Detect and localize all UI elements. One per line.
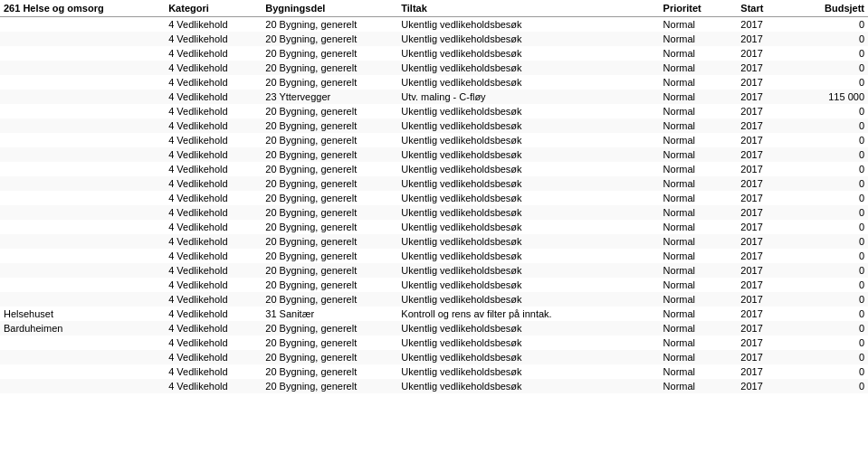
cell-category: 4 Vedlikehold bbox=[165, 133, 262, 147]
cell-start: 2017 bbox=[737, 176, 790, 191]
table-row: 4 Vedlikehold20 Bygning, genereltUkentli… bbox=[0, 17, 868, 33]
cell-tiltak: Ukentlig vedlikeholdsbesøk bbox=[397, 118, 659, 133]
cell-tiltak: Ukentlig vedlikeholdsbesøk bbox=[397, 321, 659, 335]
cell-building bbox=[0, 249, 165, 263]
cell-bygningsdel: 20 Bygning, generelt bbox=[262, 118, 397, 133]
cell-budsjett: 0 bbox=[790, 176, 868, 191]
cell-bygningsdel: 20 Bygning, generelt bbox=[262, 147, 397, 162]
cell-bygningsdel: 20 Bygning, generelt bbox=[262, 176, 397, 191]
header-start: Start bbox=[737, 0, 790, 17]
cell-building bbox=[0, 205, 165, 220]
cell-tiltak: Ukentlig vedlikeholdsbesøk bbox=[397, 263, 659, 278]
cell-budsjett: 0 bbox=[790, 278, 868, 292]
cell-building bbox=[0, 292, 165, 307]
table-row: 4 Vedlikehold20 Bygning, genereltUkentli… bbox=[0, 104, 868, 118]
cell-prioritet: Normal bbox=[660, 90, 738, 104]
cell-building bbox=[0, 104, 165, 118]
cell-tiltak: Ukentlig vedlikeholdsbesøk bbox=[397, 104, 659, 118]
cell-tiltak: Ukentlig vedlikeholdsbesøk bbox=[397, 278, 659, 292]
cell-start: 2017 bbox=[737, 350, 790, 364]
maintenance-table: 261 Helse og omsorg Kategori Bygningsdel… bbox=[0, 0, 868, 393]
cell-category: 4 Vedlikehold bbox=[165, 118, 262, 133]
cell-category: 4 Vedlikehold bbox=[165, 61, 262, 75]
cell-tiltak: Ukentlig vedlikeholdsbesøk bbox=[397, 220, 659, 234]
cell-category: 4 Vedlikehold bbox=[165, 162, 262, 176]
table-row: 4 Vedlikehold20 Bygning, genereltUkentli… bbox=[0, 32, 868, 46]
cell-building bbox=[0, 46, 165, 61]
cell-prioritet: Normal bbox=[660, 220, 738, 234]
cell-prioritet: Normal bbox=[660, 205, 738, 220]
cell-building bbox=[0, 17, 165, 33]
cell-budsjett: 0 bbox=[790, 249, 868, 263]
cell-tiltak: Ukentlig vedlikeholdsbesøk bbox=[397, 147, 659, 162]
cell-prioritet: Normal bbox=[660, 292, 738, 307]
cell-start: 2017 bbox=[737, 46, 790, 61]
cell-category: 4 Vedlikehold bbox=[165, 205, 262, 220]
cell-budsjett: 0 bbox=[790, 133, 868, 147]
cell-category: 4 Vedlikehold bbox=[165, 292, 262, 307]
cell-prioritet: Normal bbox=[660, 104, 738, 118]
cell-bygningsdel: 20 Bygning, generelt bbox=[262, 249, 397, 263]
cell-tiltak: Ukentlig vedlikeholdsbesøk bbox=[397, 249, 659, 263]
cell-bygningsdel: 20 Bygning, generelt bbox=[262, 335, 397, 350]
cell-start: 2017 bbox=[737, 335, 790, 350]
table-row: 4 Vedlikehold20 Bygning, genereltUkentli… bbox=[0, 335, 868, 350]
cell-category: 4 Vedlikehold bbox=[165, 307, 262, 321]
cell-budsjett: 0 bbox=[790, 364, 868, 379]
cell-prioritet: Normal bbox=[660, 191, 738, 205]
cell-prioritet: Normal bbox=[660, 32, 738, 46]
cell-start: 2017 bbox=[737, 220, 790, 234]
cell-building bbox=[0, 75, 165, 90]
cell-tiltak: Ukentlig vedlikeholdsbesøk bbox=[397, 335, 659, 350]
cell-category: 4 Vedlikehold bbox=[165, 176, 262, 191]
cell-building bbox=[0, 335, 165, 350]
cell-category: 4 Vedlikehold bbox=[165, 335, 262, 350]
cell-category: 4 Vedlikehold bbox=[165, 191, 262, 205]
cell-category: 4 Vedlikehold bbox=[165, 278, 262, 292]
cell-budsjett: 0 bbox=[790, 335, 868, 350]
table-row: 4 Vedlikehold20 Bygning, genereltUkentli… bbox=[0, 162, 868, 176]
cell-start: 2017 bbox=[737, 205, 790, 220]
header-category: Kategori bbox=[165, 0, 262, 17]
cell-category: 4 Vedlikehold bbox=[165, 263, 262, 278]
cell-prioritet: Normal bbox=[660, 263, 738, 278]
cell-building bbox=[0, 61, 165, 75]
cell-tiltak: Kontroll og rens av filter på inntak. bbox=[397, 307, 659, 321]
table-row: 4 Vedlikehold20 Bygning, genereltUkentli… bbox=[0, 263, 868, 278]
table-row: 4 Vedlikehold23 YtterveggerUtv. maling -… bbox=[0, 90, 868, 104]
cell-building: Helsehuset bbox=[0, 307, 165, 321]
cell-prioritet: Normal bbox=[660, 249, 738, 263]
cell-bygningsdel: 20 Bygning, generelt bbox=[262, 234, 397, 249]
table-row: 4 Vedlikehold20 Bygning, genereltUkentli… bbox=[0, 249, 868, 263]
table-row: 4 Vedlikehold20 Bygning, genereltUkentli… bbox=[0, 118, 868, 133]
cell-building bbox=[0, 350, 165, 364]
cell-budsjett: 0 bbox=[790, 205, 868, 220]
cell-prioritet: Normal bbox=[660, 321, 738, 335]
cell-start: 2017 bbox=[737, 90, 790, 104]
cell-tiltak: Ukentlig vedlikeholdsbesøk bbox=[397, 234, 659, 249]
main-table-container: 261 Helse og omsorg Kategori Bygningsdel… bbox=[0, 0, 868, 393]
cell-tiltak: Ukentlig vedlikeholdsbesøk bbox=[397, 205, 659, 220]
cell-budsjett: 0 bbox=[790, 191, 868, 205]
table-row: 4 Vedlikehold20 Bygning, genereltUkentli… bbox=[0, 191, 868, 205]
cell-tiltak: Ukentlig vedlikeholdsbesøk bbox=[397, 46, 659, 61]
cell-prioritet: Normal bbox=[660, 61, 738, 75]
cell-prioritet: Normal bbox=[660, 307, 738, 321]
cell-tiltak: Ukentlig vedlikeholdsbesøk bbox=[397, 61, 659, 75]
cell-bygningsdel: 20 Bygning, generelt bbox=[262, 292, 397, 307]
cell-bygningsdel: 20 Bygning, generelt bbox=[262, 379, 397, 393]
header-budsjett: Budsjett bbox=[790, 0, 868, 17]
cell-bygningsdel: 20 Bygning, generelt bbox=[262, 75, 397, 90]
table-row: 4 Vedlikehold20 Bygning, genereltUkentli… bbox=[0, 350, 868, 364]
cell-category: 4 Vedlikehold bbox=[165, 249, 262, 263]
cell-building bbox=[0, 118, 165, 133]
cell-category: 4 Vedlikehold bbox=[165, 220, 262, 234]
cell-prioritet: Normal bbox=[660, 133, 738, 147]
cell-start: 2017 bbox=[737, 32, 790, 46]
table-row: 4 Vedlikehold20 Bygning, genereltUkentli… bbox=[0, 133, 868, 147]
cell-prioritet: Normal bbox=[660, 234, 738, 249]
cell-start: 2017 bbox=[737, 321, 790, 335]
cell-building bbox=[0, 162, 165, 176]
cell-building bbox=[0, 32, 165, 46]
table-row: 4 Vedlikehold20 Bygning, genereltUkentli… bbox=[0, 379, 868, 393]
